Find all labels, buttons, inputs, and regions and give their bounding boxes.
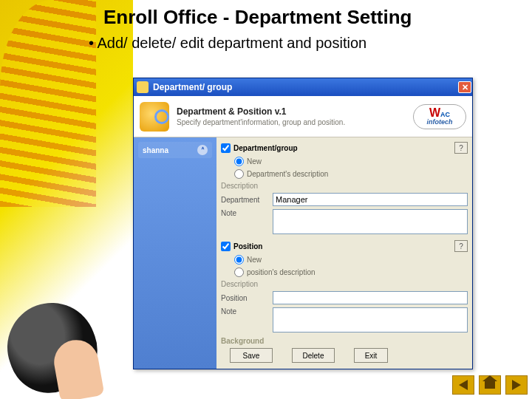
logo-w: W [429, 106, 440, 119]
main-panel: Department/group ? New Department's desc… [216, 137, 472, 369]
slide-nav [452, 375, 528, 395]
arrow-right-icon [512, 380, 521, 390]
slide-title: Enroll Office - Department Setting [103, 6, 525, 29]
window-title: Department/ group [153, 82, 458, 92]
exit-button[interactable]: Exit [354, 348, 388, 363]
save-button[interactable]: Save [230, 348, 273, 363]
dept-field[interactable] [273, 193, 468, 206]
logo-sub: infotech [427, 118, 453, 126]
dept-help-button[interactable]: ? [454, 142, 468, 154]
pos-section-checkbox[interactable] [221, 242, 231, 251]
pos-radio-new[interactable] [234, 255, 244, 265]
pos-radio-desc[interactable] [234, 267, 244, 277]
dept-note-field[interactable] [273, 209, 468, 234]
dept-section-label: Department/group [233, 144, 451, 152]
dept-description-label: Description [221, 182, 468, 190]
chevron-up-icon[interactable]: ˄ [197, 145, 208, 155]
nav-next-button[interactable] [505, 375, 528, 395]
dept-radio-new-label: New [247, 157, 262, 166]
banner: Department & Position v.1 Specify depart… [134, 96, 472, 137]
dept-radio-desc[interactable] [234, 169, 244, 179]
background-section-label: Background [221, 337, 468, 345]
logo-ac: AC [440, 111, 450, 118]
pos-description-label: Description [221, 280, 468, 288]
sidebar-group: shanna ˄ [138, 142, 212, 158]
pos-radio-desc-label: position's description [247, 268, 316, 276]
sidebar: shanna ˄ [134, 137, 216, 369]
banner-gear-icon [140, 102, 169, 132]
banner-subtitle: Specify department'information, group an… [177, 118, 413, 127]
slide-bullet: Add/ delete/ edit department and positio… [89, 35, 525, 52]
pos-field-label: Position [221, 294, 273, 302]
pos-section-label: Position [233, 242, 451, 250]
banner-title: Department & Position v.1 [177, 106, 413, 117]
dept-radio-new[interactable] [234, 157, 244, 166]
pos-note-label: Note [221, 307, 273, 316]
dept-field-label: Department [221, 196, 273, 204]
nav-home-button[interactable] [479, 375, 501, 395]
department-dialog: Department/ group ✕ Department & Positio… [133, 78, 473, 369]
sidebar-group-label: shanna [143, 146, 168, 154]
close-icon: ✕ [462, 83, 468, 92]
pos-field[interactable] [273, 291, 468, 304]
dept-note-label: Note [221, 209, 273, 217]
slide-decor-band [0, 0, 133, 399]
home-icon [485, 381, 495, 389]
pos-help-button[interactable]: ? [454, 240, 468, 252]
window-icon [137, 81, 149, 93]
nav-prev-button[interactable] [452, 375, 474, 395]
titlebar[interactable]: Department/ group ✕ [134, 78, 472, 96]
arrow-left-icon [459, 380, 468, 390]
dept-radio-desc-label: Department's description [247, 170, 328, 178]
pos-note-field[interactable] [273, 307, 468, 332]
dept-section-checkbox[interactable] [221, 143, 231, 153]
delete-button[interactable]: Delete [292, 348, 335, 363]
close-button[interactable]: ✕ [458, 81, 471, 93]
brand-logo: WAC infotech [413, 104, 466, 129]
pos-radio-new-label: New [247, 256, 262, 264]
